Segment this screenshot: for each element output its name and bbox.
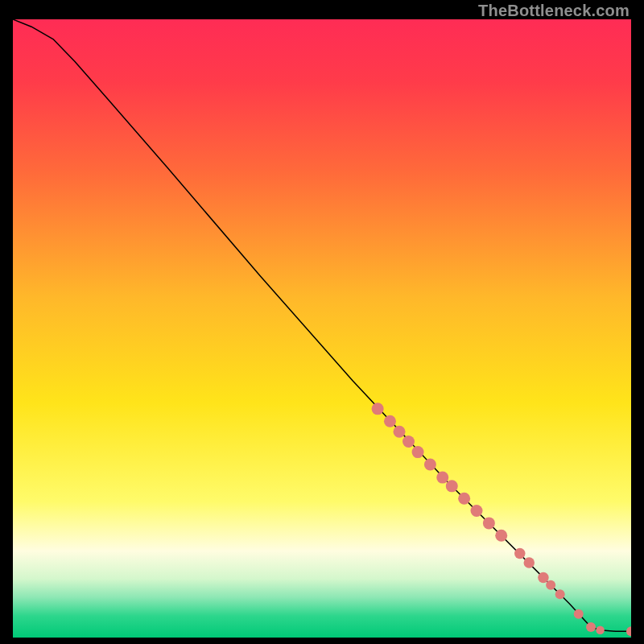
bottleneck-chart: [13, 19, 631, 638]
data-marker: [458, 493, 470, 505]
data-marker: [412, 446, 424, 458]
data-marker: [514, 548, 526, 559]
chart-stage: TheBottleneck.com: [0, 0, 644, 644]
data-marker: [495, 530, 507, 542]
data-marker: [394, 426, 406, 438]
data-marker: [586, 622, 596, 632]
data-marker: [538, 572, 549, 584]
plot-background: [13, 19, 631, 638]
data-marker: [402, 436, 415, 448]
data-marker: [546, 580, 555, 590]
data-marker: [471, 505, 483, 517]
data-marker: [424, 458, 436, 470]
data-marker: [372, 402, 384, 415]
data-marker: [436, 472, 448, 484]
data-marker: [596, 626, 605, 635]
data-marker: [446, 480, 458, 492]
data-marker: [555, 589, 565, 599]
data-marker: [524, 557, 535, 568]
attribution-text: TheBottleneck.com: [478, 2, 630, 20]
data-marker: [384, 415, 396, 427]
data-marker: [483, 517, 495, 529]
data-marker: [574, 609, 584, 619]
